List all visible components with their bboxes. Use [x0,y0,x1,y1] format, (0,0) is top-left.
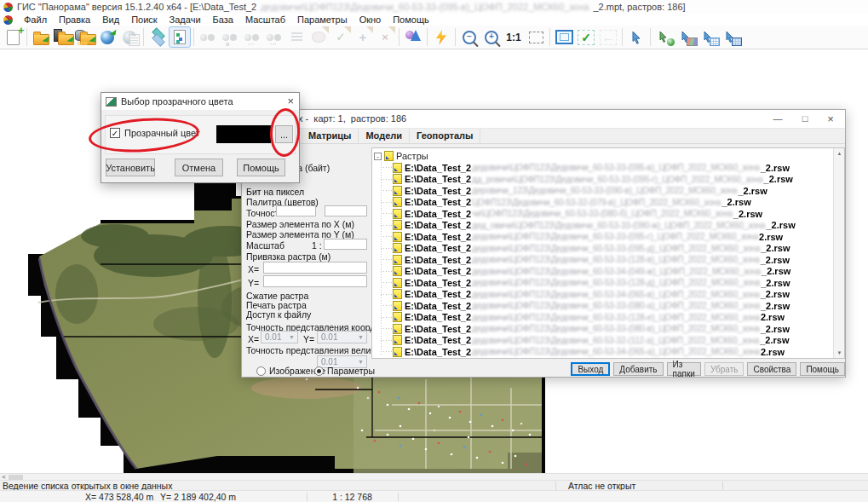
tab-2[interactable]: Геопорталы [410,129,480,143]
raster-file-icon [393,163,402,173]
left-arrow-icon: ← [602,31,614,44]
raster-tree-row[interactable]: E:\Data_Test_2дедовичи\ЦОФП123\Дедовичи_… [374,323,832,335]
raster-tree-row[interactable]: E:\Data_Test_2дедовичи\ЦОФП123\Дедовичи_… [374,254,832,266]
coord-y-combo[interactable]: 0.01▼ [317,331,367,343]
dialog-button-1[interactable]: Добавить [613,362,663,376]
raster-tree-row[interactable]: E:\Data_Test_2дедовичи\ЦОФП123\Дедовичи_… [374,312,832,324]
close-button[interactable]: × [818,110,843,128]
close-icon[interactable]: × [287,95,294,107]
dialog-button-0[interactable]: Выход [571,362,610,376]
menu-app-icon[interactable] [3,15,13,25]
view-3d-button[interactable] [402,26,424,48]
pan-map-button[interactable] [653,26,675,48]
apply-view-button[interactable]: ✓ [575,26,597,48]
raster-tree-row[interactable]: E:\Data_Test_2дедовичи\ЦОФП123\Дедовичи_… [374,277,832,289]
quick-run-button[interactable] [430,26,452,48]
raster-tree-row[interactable]: E:\Data_Test_2ЦОФП123\Дедовичи_60-53-32-… [374,197,832,209]
scale-field[interactable] [324,239,367,250]
precision-field-1[interactable] [276,205,316,216]
zoom-in-button[interactable]: + [480,26,503,48]
fit-extent-button[interactable] [525,26,547,48]
set-button[interactable]: Установить [106,159,155,176]
raster-tree-row[interactable]: E:\Data_Test_2дедовичи\ЦОФП123\Дедовичи_… [374,243,832,255]
raster-tree-row[interactable]: E:\Data_Test_2чи\ЦОФП123\Дедовичи_60-53-… [374,208,832,220]
tree-scrollbar[interactable]: ▲ ▼ [833,148,844,358]
cursor-arrow-icon [629,31,643,44]
minimize-button[interactable]: — [765,110,790,128]
zoom-out-button[interactable]: − [458,26,480,48]
tab-1[interactable]: Модели [359,129,410,143]
open-internet-button[interactable] [96,26,118,48]
raster-file-icon [393,243,402,253]
raster-root-label: Растры [396,151,428,161]
raster-tree-root[interactable]: - Растры [374,150,832,162]
map-select-button[interactable] [675,26,698,48]
raster-file-icon [393,289,402,299]
table-badge-icon [732,38,742,46]
open-database-button[interactable]: DBM [74,26,96,48]
scroll-up-icon[interactable]: ▲ [834,148,845,159]
menu-item-4[interactable]: Задачи [164,14,207,25]
open-map-button[interactable] [30,26,52,48]
raster-tree-row[interactable]: E:\Data_Test_2дд_ровичи\ЦОФП123\Дедовичи… [374,174,832,186]
select-confirm-button[interactable]: ✓ [330,26,352,48]
select-cursor-button[interactable] [625,26,647,48]
dialog-button-2[interactable]: Из папки [667,362,701,376]
object-table-button[interactable] [698,26,720,48]
menu-item-1[interactable]: Правка [53,14,96,25]
binding-y-field[interactable] [263,275,367,287]
dialog-button-5[interactable]: Помощь [800,362,845,376]
menu-item-9[interactable]: Помощь [387,14,435,25]
open-geoportal-button[interactable] [118,26,141,48]
raster-file-icon [393,220,402,230]
layers-button[interactable] [147,26,169,48]
new-map-button[interactable]: + [2,26,24,48]
map-horizontal-scrollbar[interactable]: < [0,473,868,480]
zoom-actual-button[interactable]: 1:1 [503,26,525,48]
binding-x-field[interactable] [263,262,367,274]
scroll-down-icon[interactable]: ▼ [834,348,845,358]
add-selection-button[interactable]: + [352,26,374,48]
raster-tree-row[interactable]: E:\Data_Test_2дедовичи\ЦОФП123\Дедовичи_… [374,335,832,347]
map-window-button[interactable] [553,26,575,48]
menu-item-2[interactable]: Вид [96,14,125,25]
find-by-name-button[interactable]: a [219,26,241,48]
menu-item-3[interactable]: Поиск [125,14,163,25]
raster-tree-row[interactable]: E:\Data_Test_2дедовичи\ЦОФП123\Дедовичи_… [374,300,832,312]
raster-tree-row[interactable]: E:\Data_Test_2дедовичи\ЦОФП123\Дедовичи_… [374,289,832,301]
map-contents-button[interactable] [169,26,191,48]
raster-tree-row[interactable]: E:\Data_Test_2деровичи_123\Дедовичи_60-5… [374,185,832,197]
previous-view-button[interactable]: ← [597,26,619,48]
open-server-button[interactable] [52,26,74,48]
bits-per-pixel-label: Бит на пиксел [246,187,304,197]
maximize-button[interactable]: □ [792,110,818,128]
pyramid-icon [411,30,421,41]
attribute-table-button[interactable] [720,26,742,48]
select-area-button[interactable] [308,26,330,48]
menu-item-6[interactable]: Масштаб [239,14,291,25]
raster-tree-row[interactable]: E:\Data_Test_2дедовичи\ЦОФП123\Дедовичи_… [374,266,832,278]
menu-item-5[interactable]: База [207,14,239,25]
clear-selection-button[interactable]: × [374,26,396,48]
precision-field-2[interactable] [325,205,367,216]
raster-tree-row[interactable]: E:\Data_Test_2дедовичи\ЦОФП123\Дедовичи_… [374,162,832,174]
find-advanced-button[interactable]: ··· [241,26,263,48]
collapse-icon[interactable]: - [374,153,382,160]
radio-parameters[interactable]: Параметры [314,366,375,376]
object-list-button[interactable] [285,26,308,48]
raster-tree-row[interactable]: E:\Data_Test_2дедовичи\ЦОФП123\Дедовичи_… [374,346,832,358]
help-button[interactable]: Помощь [237,159,285,176]
dialog-button-4[interactable]: Свойства [747,362,796,376]
app-icon [3,3,13,12]
dialog-button-3[interactable]: Убрать [704,362,744,376]
coord-x-combo[interactable]: 0.01▼ [261,331,298,343]
raster-tree-row[interactable]: E:\Data_Test_2дедовичи\ЦОФП123\Дедовичи_… [374,231,832,243]
menu-item-7[interactable]: Параметры [291,14,354,25]
raster-tree-row[interactable]: E:\Data_Test_2дед_овичи\ЦОФП123\Дедовичи… [374,220,832,232]
menu-item-8[interactable]: Окно [354,14,388,25]
color-swatch[interactable] [216,125,271,143]
cancel-button[interactable]: Отмена [175,159,223,176]
find-selected-button[interactable]: ··· [263,26,285,48]
find-button[interactable] [197,26,219,48]
tab-0[interactable]: Матрицы [302,129,359,143]
